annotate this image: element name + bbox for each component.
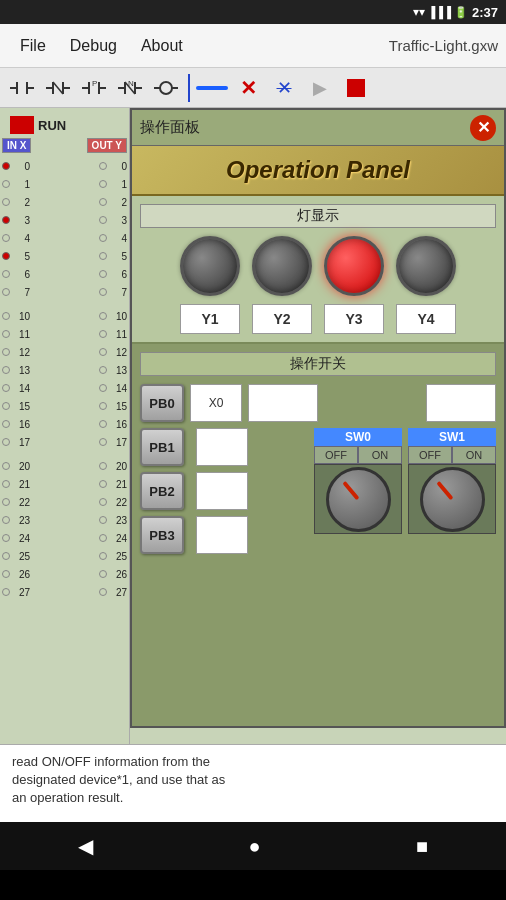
pb0-button[interactable]: PB0 [140, 384, 184, 422]
dialog-content: Operation Panel 灯显示 Y1 Y2 Y3 [132, 146, 504, 726]
light-label-y2: Y2 [252, 304, 312, 334]
sw1-buttons: OFF ON [408, 446, 496, 464]
sw0-buttons: OFF ON [314, 446, 402, 464]
status-time: 2:37 [472, 5, 498, 20]
operation-panel-header: Operation Panel [132, 146, 504, 196]
pb2-button[interactable]: PB2 [140, 472, 184, 510]
recent-button[interactable]: ■ [416, 835, 428, 858]
dialog-title: 操作面板 [140, 118, 470, 137]
light-section: 灯显示 Y1 Y2 Y3 Y4 [132, 196, 504, 344]
svg-line-8 [53, 82, 63, 94]
sw0-dial-indicator [342, 481, 359, 500]
bottom-text-line3: an operation result. [12, 790, 123, 805]
status-bar: ▾▾ ▐▐▐ 🔋 2:37 [0, 0, 506, 24]
sw0-dial [314, 464, 402, 534]
x0-input: X0 [190, 384, 242, 422]
pb1-input [196, 428, 248, 466]
switch-section-label: 操作开关 [140, 352, 496, 376]
bottom-text-line1: read ON/OFF information from the [12, 754, 210, 769]
pb0-row: PB0 X0 [140, 384, 496, 422]
light-label-y3: Y3 [324, 304, 384, 334]
sw0-group: SW0 OFF ON [314, 428, 402, 534]
svg-point-21 [160, 82, 172, 94]
sw1-label: SW1 [408, 428, 496, 446]
light-y2 [252, 236, 312, 296]
operation-panel-title: Operation Panel [226, 156, 410, 184]
pb3-input [196, 516, 248, 554]
sw1-dial [408, 464, 496, 534]
signal-icon: ▐▐▐ [428, 6, 451, 18]
pb3-button[interactable]: PB3 [140, 516, 184, 554]
svg-text:N: N [128, 79, 134, 88]
play-btn[interactable]: ▶ [304, 72, 336, 104]
sw0-on-btn[interactable]: ON [358, 446, 402, 464]
contact-n-btn[interactable]: N [114, 72, 146, 104]
nav-bar: ◀ ● ■ [0, 822, 506, 870]
bottom-text-line2: designated device*1, and use that as [12, 772, 225, 787]
menu-file[interactable]: File [8, 37, 58, 55]
pb1-button[interactable]: PB1 [140, 428, 184, 466]
main-area: RUN IN X OUT Y 0 0 1 1 [0, 108, 506, 744]
dialog-titlebar: 操作面板 ✕ [132, 110, 504, 146]
sw1-off-btn[interactable]: OFF [408, 446, 452, 464]
dialog-overlay: 操作面板 ✕ Operation Panel 灯显示 [0, 108, 506, 744]
status-icons: ▾▾ ▐▐▐ 🔋 [413, 5, 468, 19]
menu-bar: File Debug About Traffic-Light.gxw [0, 24, 506, 68]
light-labels-row: Y1 Y2 Y3 Y4 [140, 304, 496, 334]
sw0-off-btn[interactable]: OFF [314, 446, 358, 464]
toolbar-divider [188, 74, 190, 102]
sw0-label: SW0 [314, 428, 402, 446]
bottom-text: read ON/OFF information from the designa… [0, 744, 506, 822]
toolbar: P N ✕ ✕ ▶ [0, 68, 506, 108]
light-section-label: 灯显示 [140, 204, 496, 228]
sw1-on-btn[interactable]: ON [452, 446, 496, 464]
wifi-icon: ▾▾ [413, 5, 425, 19]
svg-text:P: P [92, 79, 97, 88]
menu-about[interactable]: About [129, 37, 195, 55]
sw1-dial-indicator [436, 481, 453, 500]
light-label-y1: Y1 [180, 304, 240, 334]
window-title: Traffic-Light.gxw [389, 37, 498, 54]
stop-btn[interactable] [340, 72, 372, 104]
switch-section: 操作开关 PB0 X0 PB1 PB2 PB3 [132, 344, 504, 726]
home-button[interactable]: ● [248, 835, 260, 858]
delete-btn[interactable]: ✕ [232, 72, 264, 104]
line-btn[interactable] [196, 72, 228, 104]
empty-box-2 [426, 384, 496, 422]
sw1-group: SW1 OFF ON [408, 428, 496, 534]
contact-no-btn[interactable] [6, 72, 38, 104]
sw1-dial-circle [420, 467, 485, 532]
operation-panel-dialog: 操作面板 ✕ Operation Panel 灯显示 [130, 108, 506, 728]
coil-btn[interactable] [150, 72, 182, 104]
sw0-dial-circle [326, 467, 391, 532]
contact-p-btn[interactable]: P [78, 72, 110, 104]
light-label-y4: Y4 [396, 304, 456, 334]
back-button[interactable]: ◀ [78, 834, 93, 858]
pb2-input [196, 472, 248, 510]
empty-box-1 [248, 384, 318, 422]
battery-icon: 🔋 [454, 6, 468, 19]
strikethrough-btn[interactable]: ✕ [268, 72, 300, 104]
light-y4 [396, 236, 456, 296]
dialog-close-button[interactable]: ✕ [470, 115, 496, 141]
pb1-row: PB1 PB2 PB3 SW0 [140, 428, 496, 554]
contact-nc-btn[interactable] [42, 72, 74, 104]
light-y3 [324, 236, 384, 296]
menu-debug[interactable]: Debug [58, 37, 129, 55]
lights-row [140, 236, 496, 296]
light-y1 [180, 236, 240, 296]
